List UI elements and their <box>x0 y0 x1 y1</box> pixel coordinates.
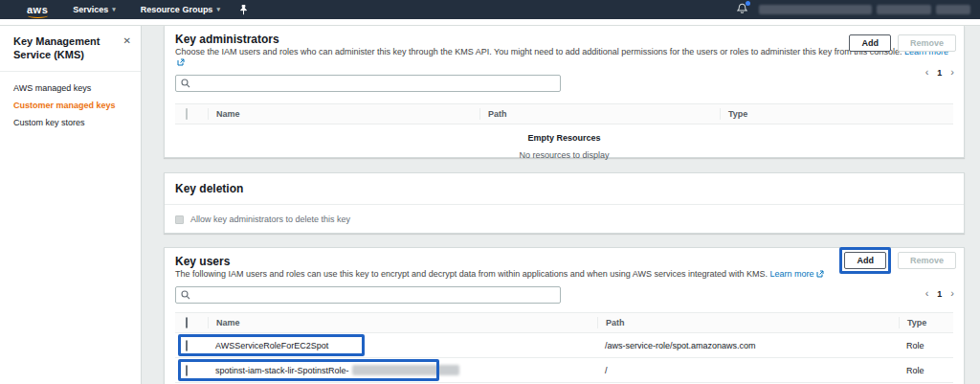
table-row: spotinst-iam-stack-lir-SpotinstRole- / R… <box>175 358 953 383</box>
column-header-type: Type <box>899 317 953 328</box>
redacted-block <box>936 5 970 14</box>
column-header-path: Path <box>597 317 899 328</box>
add-button[interactable]: Add <box>844 252 886 269</box>
learn-more-link[interactable]: Learn more <box>770 269 814 279</box>
key-administrators-section: Key administrators Choose the IAM users … <box>164 26 965 158</box>
row-path: / <box>597 366 899 375</box>
empty-state-title: Empty Resources <box>175 133 953 143</box>
row-type: Role <box>899 341 953 350</box>
table-row: AWSServiceRoleForEC2Spot /aws-service-ro… <box>175 333 953 358</box>
allow-deletion-label: Allow key administrators to delete this … <box>190 215 350 224</box>
sidebar-item-custom-key-stores[interactable]: Custom key stores <box>0 114 141 131</box>
page-number[interactable]: 1 <box>937 289 942 299</box>
redacted-block <box>352 365 459 375</box>
annotation-highlight-box: Add <box>839 247 891 274</box>
column-header-path: Path <box>479 108 720 120</box>
notification-dot <box>746 1 750 6</box>
search-icon <box>181 286 190 304</box>
remove-button[interactable]: Remove <box>898 34 956 52</box>
nav-services[interactable]: Services ▾ <box>73 5 116 14</box>
aws-logo[interactable]: aws <box>27 5 48 15</box>
empty-state: Empty Resources No resources to display <box>175 124 953 160</box>
key-users-section: Key users The following IAM users and ro… <box>164 247 965 384</box>
page-number[interactable]: 1 <box>937 68 942 78</box>
row-path: /aws-service-role/spot.amazonaws.com <box>597 341 899 350</box>
nav-resource-groups-label: Resource Groups <box>141 5 213 14</box>
row-name: AWSServiceRoleForEC2Spot <box>208 341 597 350</box>
pagination: ‹ 1 › <box>925 67 954 78</box>
key-users-description: The following IAM users and roles can us… <box>175 269 953 281</box>
search-input[interactable] <box>194 76 555 91</box>
chevron-left-icon[interactable]: ‹ <box>925 67 929 78</box>
key-users-table-header: Name Path Type <box>175 312 953 333</box>
notifications-button[interactable] <box>737 3 747 16</box>
row-checkbox[interactable] <box>186 340 188 351</box>
chevron-down-icon: ▾ <box>112 6 116 13</box>
pin-icon[interactable] <box>239 5 248 15</box>
external-link-icon <box>816 270 824 281</box>
redacted-block <box>759 5 872 14</box>
select-all-checkbox[interactable] <box>186 317 188 328</box>
pagination: ‹ 1 › <box>925 288 954 299</box>
top-nav: aws Services ▾ Resource Groups ▾ <box>0 0 980 19</box>
remove-button[interactable]: Remove <box>898 252 956 269</box>
description-text: The following IAM users and roles can us… <box>175 269 768 279</box>
select-all-checkbox[interactable] <box>186 108 188 120</box>
nav-right-group <box>737 3 970 16</box>
nav-resource-groups[interactable]: Resource Groups ▾ <box>141 5 220 14</box>
account-region-redacted <box>759 5 970 14</box>
sidebar-item-customer-managed-keys[interactable]: Customer managed keys <box>0 97 141 114</box>
key-deletion-title: Key deletion <box>165 173 964 205</box>
search-input[interactable] <box>194 287 555 303</box>
external-link-icon <box>177 58 185 69</box>
row-checkbox[interactable] <box>186 365 188 376</box>
key-administrators-search[interactable] <box>175 75 561 92</box>
add-button[interactable]: Add <box>849 34 891 52</box>
key-administrators-table-header: Name Path Type <box>175 103 953 124</box>
page-top-strip <box>0 19 980 26</box>
key-deletion-section: Key deletion Allow key administrators to… <box>164 172 965 234</box>
aws-smile-swoosh <box>28 13 48 18</box>
allow-deletion-checkbox[interactable] <box>175 215 184 224</box>
key-administrators-description: Choose the IAM users and roles who can a… <box>175 47 953 69</box>
close-icon[interactable]: ✕ <box>123 34 131 62</box>
row-type: Role <box>899 366 953 375</box>
chevron-down-icon: ▾ <box>216 6 220 13</box>
redacted-block <box>877 5 931 14</box>
sidebar-item-aws-managed-keys[interactable]: AWS managed keys <box>0 79 141 97</box>
column-header-name: Name <box>208 108 479 120</box>
chevron-right-icon[interactable]: › <box>950 67 954 78</box>
key-users-search[interactable] <box>175 286 561 304</box>
chevron-right-icon[interactable]: › <box>950 288 954 299</box>
search-icon <box>181 75 190 92</box>
key-users-title: Key users <box>175 255 953 268</box>
sidebar-title: Key Management Service (KMS) <box>13 34 111 62</box>
column-header-name: Name <box>208 317 597 328</box>
row-name: spotinst-iam-stack-lir-SpotinstRole- <box>215 366 349 375</box>
kms-sidebar: Key Management Service (KMS) ✕ AWS manag… <box>0 26 142 384</box>
chevron-left-icon[interactable]: ‹ <box>925 288 929 299</box>
empty-state-subtitle: No resources to display <box>175 150 953 160</box>
column-header-type: Type <box>720 108 953 120</box>
description-text: Choose the IAM users and roles who can a… <box>175 47 902 56</box>
key-administrators-title: Key administrators <box>175 33 953 46</box>
nav-services-label: Services <box>73 5 108 14</box>
